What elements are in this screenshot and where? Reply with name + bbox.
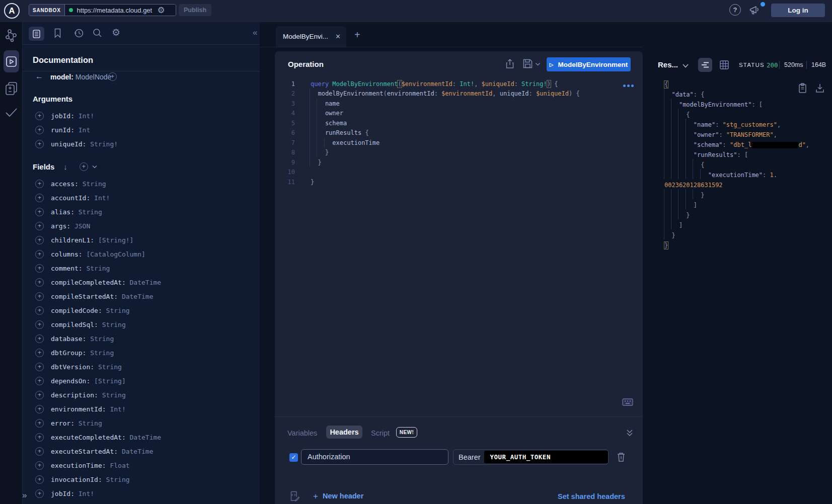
save-icon[interactable] — [523, 59, 533, 68]
table-view-icon[interactable] — [720, 60, 729, 69]
add-field-icon[interactable]: + — [35, 194, 44, 202]
announcements-icon[interactable] — [748, 4, 762, 17]
bookmark-icon[interactable] — [54, 28, 61, 38]
field-signature[interactable]: columns: [CatalogColumn] — [51, 250, 145, 258]
code-line[interactable]: 8 } — [275, 148, 643, 158]
code-line[interactable]: 9 } — [275, 157, 643, 167]
search-icon[interactable] — [93, 28, 102, 38]
add-field-icon[interactable]: + — [35, 349, 44, 357]
add-field-icon[interactable]: + — [35, 391, 44, 399]
header-enabled-checkbox[interactable]: ✓ — [289, 453, 298, 462]
field-signature[interactable]: database: String — [51, 335, 114, 343]
add-all-fields-icon[interactable]: + — [80, 162, 88, 171]
share-icon[interactable] — [505, 59, 514, 69]
tab-headers-active[interactable]: Headers — [326, 426, 362, 439]
code-line[interactable]: 2 modelByEnvironment(environmentId: $env… — [275, 89, 643, 99]
response-json[interactable]: { "data": { "modelByEnvironment": [ { "n… — [664, 79, 809, 250]
run-operation-button[interactable]: ▷ModelByEnvironment — [547, 57, 631, 71]
code-line[interactable]: 7 executionTime — [275, 138, 643, 148]
add-field-icon[interactable]: + — [35, 447, 44, 456]
endpoint-url[interactable]: https://metadata.cloud.get — [77, 7, 157, 14]
new-header-button[interactable]: +New header — [313, 491, 363, 501]
field-signature[interactable]: executeStartedAt: DateTime — [51, 448, 154, 455]
add-field-icon[interactable]: + — [35, 140, 44, 148]
add-field-icon[interactable]: + — [35, 250, 44, 259]
code-line[interactable]: 5 schema — [275, 118, 643, 128]
code-line[interactable]: 6 runResults { — [275, 128, 643, 138]
settings-icon[interactable]: ⚙ — [112, 27, 120, 38]
field-signature[interactable]: childrenL1: [String!] — [51, 236, 133, 244]
field-signature[interactable]: dependsOn: [String] — [51, 377, 126, 385]
field-signature[interactable]: compiledSql: String — [51, 321, 126, 328]
sort-fields-icon[interactable]: ↓ — [63, 162, 67, 171]
expand-panel-icon[interactable]: » — [22, 490, 27, 500]
field-signature[interactable]: jobId: Int! — [51, 112, 94, 120]
delete-header-icon[interactable] — [617, 452, 626, 462]
field-signature[interactable]: environmentId: Int! — [51, 405, 126, 413]
add-field-icon[interactable]: + — [35, 320, 44, 329]
add-field-icon[interactable]: + — [35, 334, 44, 343]
code-line[interactable]: 3 name — [275, 99, 643, 109]
field-signature[interactable]: executeCompletedAt: DateTime — [51, 434, 161, 441]
field-signature[interactable]: executionTime: Float — [51, 462, 130, 469]
publish-button[interactable]: Publish — [179, 4, 211, 16]
add-field-icon[interactable]: + — [35, 405, 44, 413]
header-value-input[interactable]: Bearer YOUR_AUTH_TOKEN — [453, 449, 609, 465]
collapse-section-icon[interactable] — [626, 429, 634, 437]
code-line[interactable]: 10 — [275, 167, 643, 178]
login-button[interactable]: Log in — [771, 4, 825, 17]
field-signature[interactable]: access: String — [51, 180, 106, 188]
query-editor[interactable]: 1query ModelByEnvironment($environmentId… — [275, 79, 643, 187]
add-field-icon[interactable]: + — [35, 419, 44, 428]
collapse-docs-icon[interactable]: « — [253, 28, 257, 38]
field-signature[interactable]: description: String — [51, 391, 126, 399]
add-field-icon[interactable]: + — [35, 363, 44, 371]
field-signature[interactable]: alias: String — [51, 208, 102, 216]
back-icon[interactable]: ← — [35, 72, 43, 81]
add-field-icon[interactable]: + — [35, 180, 44, 188]
rail-item-explorer-selected[interactable] — [4, 50, 19, 72]
field-signature[interactable]: compileStartedAt: DateTime — [51, 293, 154, 300]
apollo-logo[interactable]: A — [4, 3, 20, 19]
field-signature[interactable]: compileCompletedAt: DateTime — [51, 279, 161, 286]
auth-token-value[interactable]: YOUR_AUTH_TOKEN — [484, 451, 608, 463]
edit-headers-icon[interactable] — [290, 491, 299, 501]
keyboard-shortcuts-icon[interactable] — [622, 398, 633, 406]
add-field-icon[interactable]: + — [35, 222, 44, 230]
help-icon[interactable]: ? — [729, 4, 741, 16]
add-field-icon[interactable]: + — [35, 461, 44, 470]
add-type-icon[interactable]: + — [108, 72, 117, 81]
tab-script[interactable]: Script — [371, 429, 390, 437]
add-field-icon[interactable]: + — [35, 126, 44, 134]
field-signature[interactable]: runId: Int — [51, 126, 90, 134]
field-signature[interactable]: jobId: Int! — [51, 490, 94, 497]
field-signature[interactable]: dbtVersion: String — [51, 363, 122, 371]
doc-tab-selected[interactable] — [29, 27, 44, 41]
response-title[interactable]: Res... — [658, 60, 678, 69]
response-chevron-icon[interactable] — [682, 63, 689, 68]
field-signature[interactable]: dbtGroup: String — [51, 349, 114, 357]
header-name-input[interactable]: Authorization — [301, 449, 448, 465]
add-field-icon[interactable]: + — [35, 278, 44, 287]
endpoint-settings-icon[interactable]: ⚙ — [158, 6, 165, 15]
graph-icon[interactable] — [5, 29, 18, 42]
history-icon[interactable] — [73, 28, 84, 38]
add-field-icon[interactable]: + — [35, 292, 44, 301]
code-line[interactable]: 11} — [275, 177, 643, 187]
add-field-icon[interactable]: + — [35, 306, 44, 315]
add-field-icon[interactable]: + — [35, 112, 44, 120]
add-field-icon[interactable]: + — [35, 236, 44, 244]
field-signature[interactable]: invocationId: String — [51, 476, 130, 483]
field-signature[interactable]: compiledCode: String — [51, 307, 130, 314]
operation-tab[interactable]: ModelByEnvi... ✕ — [276, 26, 346, 47]
add-field-icon[interactable]: + — [35, 433, 44, 442]
close-tab-icon[interactable]: ✕ — [335, 33, 341, 40]
set-shared-headers-link[interactable]: Set shared headers — [558, 492, 625, 500]
chevron-down-icon[interactable] — [92, 165, 97, 169]
field-signature[interactable]: error: String — [51, 419, 102, 427]
field-signature[interactable]: args: JSON — [51, 222, 90, 230]
add-field-icon[interactable]: + — [35, 208, 44, 216]
add-field-icon[interactable]: + — [35, 489, 44, 498]
download-response-icon[interactable] — [815, 83, 824, 93]
endpoint-input[interactable]: https://metadata.cloud.get ⚙ — [65, 5, 176, 16]
